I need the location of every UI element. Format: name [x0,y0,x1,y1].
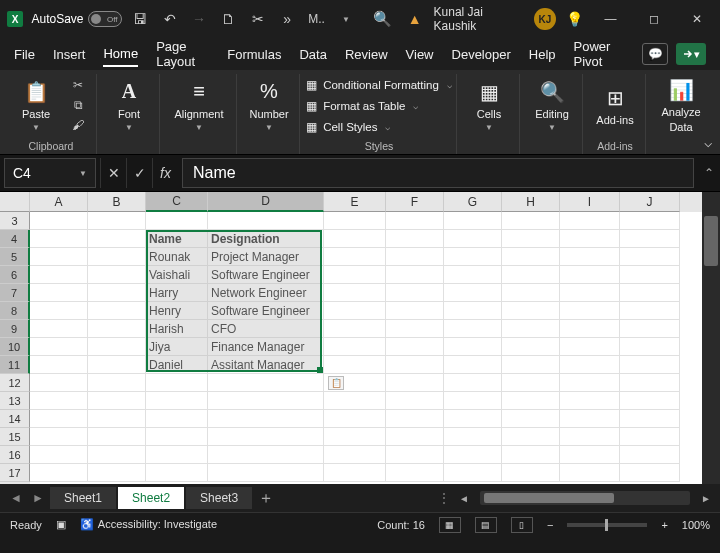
cell-A4[interactable] [30,230,88,248]
cell-B16[interactable] [88,446,146,464]
chevron-down-icon[interactable]: ▼ [335,8,356,30]
zoom-slider[interactable] [567,523,647,527]
cell-C16[interactable] [146,446,208,464]
copy-icon[interactable]: ⧉ [68,97,88,113]
row-header-9[interactable]: 9 [0,320,30,338]
cell-A13[interactable] [30,392,88,410]
accessibility-button[interactable]: ♿Accessibility: Investigate [80,518,217,531]
cell-G8[interactable] [444,302,502,320]
cell-H14[interactable] [502,410,560,428]
cell-F3[interactable] [386,212,444,230]
cell-F16[interactable] [386,446,444,464]
cell-H9[interactable] [502,320,560,338]
cell-G17[interactable] [444,464,502,482]
alignment-button[interactable]: ≡ Alignment ▼ [170,74,228,136]
cell-B11[interactable] [88,356,146,374]
hscroll-right[interactable]: ► [698,493,714,504]
cell-I17[interactable] [560,464,620,482]
row-header-3[interactable]: 3 [0,212,30,230]
cell-D8[interactable]: Software Engineer [208,302,324,320]
cell-C15[interactable] [146,428,208,446]
cell-E8[interactable] [324,302,386,320]
tab-page-layout[interactable]: Page Layout [156,35,209,73]
cell-E3[interactable] [324,212,386,230]
tab-data[interactable]: Data [299,43,326,66]
cell-C13[interactable] [146,392,208,410]
cell-E5[interactable] [324,248,386,266]
col-header-H[interactable]: H [502,192,560,212]
cell-A3[interactable] [30,212,88,230]
cell-B8[interactable] [88,302,146,320]
cell-I3[interactable] [560,212,620,230]
cell-F9[interactable] [386,320,444,338]
cell-J17[interactable] [620,464,680,482]
tab-help[interactable]: Help [529,43,556,66]
cell-B13[interactable] [88,392,146,410]
cell-B12[interactable] [88,374,146,392]
enter-fx-button[interactable]: ✓ [126,158,152,188]
col-header-D[interactable]: D [208,192,324,212]
cell-H4[interactable] [502,230,560,248]
cell-I4[interactable] [560,230,620,248]
cell-C11[interactable]: Daniel [146,356,208,374]
cell-I10[interactable] [560,338,620,356]
cell-G11[interactable] [444,356,502,374]
cell-I5[interactable] [560,248,620,266]
close-button[interactable]: ✕ [679,5,714,33]
row-header-12[interactable]: 12 [0,374,30,392]
cell-C5[interactable]: Rounak [146,248,208,266]
zoom-level[interactable]: 100% [682,519,710,531]
cell-J10[interactable] [620,338,680,356]
paste-button[interactable]: 📋 Paste ▼ [14,74,58,136]
cell-C7[interactable]: Harry [146,284,208,302]
cell-D14[interactable] [208,410,324,428]
cell-G3[interactable] [444,212,502,230]
sheet-tab-sheet1[interactable]: Sheet1 [50,487,116,509]
cell-B6[interactable] [88,266,146,284]
expand-formula-icon[interactable]: ⌃ [698,166,720,180]
cell-A12[interactable] [30,374,88,392]
cell-B5[interactable] [88,248,146,266]
cut-small-icon[interactable]: ✂ [68,77,88,93]
cell-E15[interactable] [324,428,386,446]
cell-J12[interactable] [620,374,680,392]
share-button[interactable]: ▾ [676,43,706,65]
cell-D15[interactable] [208,428,324,446]
cell-F4[interactable] [386,230,444,248]
cell-I13[interactable] [560,392,620,410]
cell-G16[interactable] [444,446,502,464]
paste-options-icon[interactable]: 📋 [328,376,344,390]
collapse-ribbon-icon[interactable]: ⌵ [704,134,712,150]
cell-F5[interactable] [386,248,444,266]
cell-C12[interactable] [146,374,208,392]
cell-B10[interactable] [88,338,146,356]
cell-C8[interactable]: Henry [146,302,208,320]
sheet-options-icon[interactable]: ⋮ [434,488,454,508]
row-header-6[interactable]: 6 [0,266,30,284]
cell-H6[interactable] [502,266,560,284]
search-icon[interactable]: 🔍 [373,10,392,28]
row-header-16[interactable]: 16 [0,446,30,464]
cell-G9[interactable] [444,320,502,338]
cell-H15[interactable] [502,428,560,446]
cell-E11[interactable] [324,356,386,374]
tab-home[interactable]: Home [103,42,138,67]
cell-I15[interactable] [560,428,620,446]
cell-F10[interactable] [386,338,444,356]
cell-F8[interactable] [386,302,444,320]
tab-review[interactable]: Review [345,43,388,66]
cell-H8[interactable] [502,302,560,320]
quickaccess-icon[interactable]: 🗋 [218,8,239,30]
cell-H16[interactable] [502,446,560,464]
cell-E16[interactable] [324,446,386,464]
addins-button[interactable]: ⊞ Add-ins [593,74,637,136]
cell-A5[interactable] [30,248,88,266]
cell-A9[interactable] [30,320,88,338]
col-header-F[interactable]: F [386,192,444,212]
cell-J16[interactable] [620,446,680,464]
cell-J11[interactable] [620,356,680,374]
col-header-E[interactable]: E [324,192,386,212]
number-button[interactable]: % Number ▼ [247,74,291,136]
cell-A11[interactable] [30,356,88,374]
cell-E7[interactable] [324,284,386,302]
